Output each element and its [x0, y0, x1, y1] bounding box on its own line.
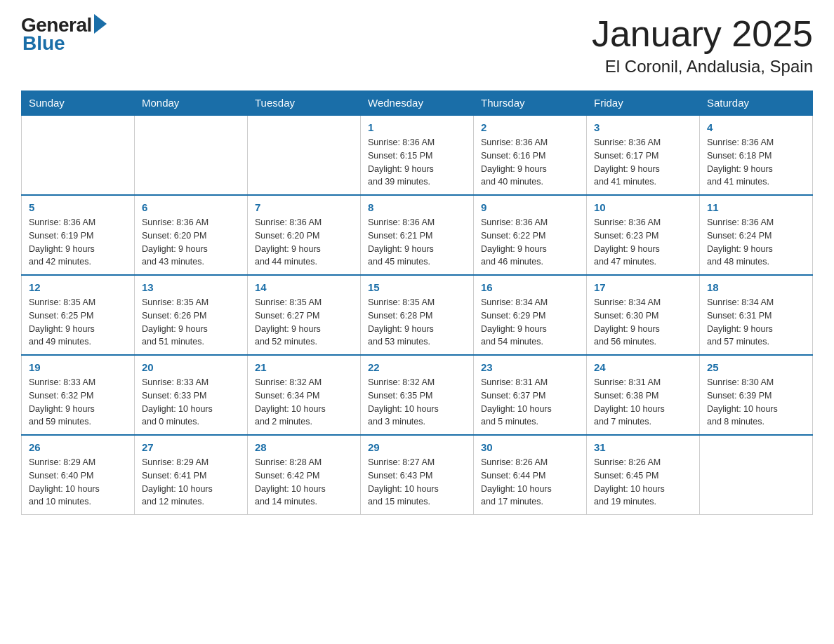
day-info: Sunrise: 8:36 AMSunset: 6:16 PMDaylight:…	[481, 136, 579, 189]
day-number: 16	[481, 281, 579, 293]
page-header: General Blue January 2025 El Coronil, An…	[21, 14, 813, 76]
day-number: 8	[368, 201, 466, 213]
calendar-header-friday: Friday	[587, 91, 700, 116]
location-title: El Coronil, Andalusia, Spain	[592, 57, 813, 76]
calendar-cell: 25Sunrise: 8:30 AMSunset: 6:39 PMDayligh…	[700, 355, 813, 435]
day-info: Sunrise: 8:33 AMSunset: 6:32 PMDaylight:…	[29, 376, 127, 429]
day-number: 2	[481, 121, 579, 133]
calendar-cell: 11Sunrise: 8:36 AMSunset: 6:24 PMDayligh…	[700, 195, 813, 275]
calendar-cell: 18Sunrise: 8:34 AMSunset: 6:31 PMDayligh…	[700, 275, 813, 355]
day-info: Sunrise: 8:36 AMSunset: 6:15 PMDaylight:…	[368, 136, 466, 189]
calendar-cell: 5Sunrise: 8:36 AMSunset: 6:19 PMDaylight…	[22, 195, 135, 275]
day-number: 24	[594, 361, 692, 373]
calendar-cell: 7Sunrise: 8:36 AMSunset: 6:20 PMDaylight…	[248, 195, 361, 275]
calendar-cell: 13Sunrise: 8:35 AMSunset: 6:26 PMDayligh…	[135, 275, 248, 355]
logo: General Blue	[21, 14, 107, 55]
day-number: 22	[368, 361, 466, 373]
calendar-header-tuesday: Tuesday	[248, 91, 361, 116]
calendar-cell: 14Sunrise: 8:35 AMSunset: 6:27 PMDayligh…	[248, 275, 361, 355]
day-number: 27	[142, 441, 240, 453]
day-number: 14	[255, 281, 353, 293]
day-number: 28	[255, 441, 353, 453]
day-number: 21	[255, 361, 353, 373]
calendar-cell: 24Sunrise: 8:31 AMSunset: 6:38 PMDayligh…	[587, 355, 700, 435]
calendar-header-sunday: Sunday	[22, 91, 135, 116]
calendar-cell: 21Sunrise: 8:32 AMSunset: 6:34 PMDayligh…	[248, 355, 361, 435]
day-number: 13	[142, 281, 240, 293]
week-row-1: 1Sunrise: 8:36 AMSunset: 6:15 PMDaylight…	[22, 115, 813, 195]
day-number: 29	[368, 441, 466, 453]
day-number: 26	[29, 441, 127, 453]
calendar-cell: 20Sunrise: 8:33 AMSunset: 6:33 PMDayligh…	[135, 355, 248, 435]
day-info: Sunrise: 8:35 AMSunset: 6:26 PMDaylight:…	[142, 296, 240, 349]
day-info: Sunrise: 8:29 AMSunset: 6:41 PMDaylight:…	[142, 456, 240, 509]
day-info: Sunrise: 8:36 AMSunset: 6:19 PMDaylight:…	[29, 216, 127, 269]
day-info: Sunrise: 8:34 AMSunset: 6:30 PMDaylight:…	[594, 296, 692, 349]
calendar-header-monday: Monday	[135, 91, 248, 116]
day-info: Sunrise: 8:31 AMSunset: 6:37 PMDaylight:…	[481, 376, 579, 429]
day-number: 12	[29, 281, 127, 293]
day-number: 6	[142, 201, 240, 213]
calendar-cell	[248, 115, 361, 195]
calendar-header-row: SundayMondayTuesdayWednesdayThursdayFrid…	[22, 91, 813, 116]
day-number: 7	[255, 201, 353, 213]
day-number: 23	[481, 361, 579, 373]
calendar-cell: 9Sunrise: 8:36 AMSunset: 6:22 PMDaylight…	[474, 195, 587, 275]
day-number: 19	[29, 361, 127, 373]
calendar-header-saturday: Saturday	[700, 91, 813, 116]
calendar-cell: 19Sunrise: 8:33 AMSunset: 6:32 PMDayligh…	[22, 355, 135, 435]
day-number: 31	[594, 441, 692, 453]
calendar-cell: 29Sunrise: 8:27 AMSunset: 6:43 PMDayligh…	[361, 435, 474, 515]
calendar-cell: 10Sunrise: 8:36 AMSunset: 6:23 PMDayligh…	[587, 195, 700, 275]
calendar-cell: 2Sunrise: 8:36 AMSunset: 6:16 PMDaylight…	[474, 115, 587, 195]
day-info: Sunrise: 8:36 AMSunset: 6:18 PMDaylight:…	[707, 136, 805, 189]
logo-arrow-icon	[94, 14, 107, 34]
day-info: Sunrise: 8:36 AMSunset: 6:21 PMDaylight:…	[368, 216, 466, 269]
day-info: Sunrise: 8:28 AMSunset: 6:42 PMDaylight:…	[255, 456, 353, 509]
day-info: Sunrise: 8:27 AMSunset: 6:43 PMDaylight:…	[368, 456, 466, 509]
day-info: Sunrise: 8:31 AMSunset: 6:38 PMDaylight:…	[594, 376, 692, 429]
day-info: Sunrise: 8:32 AMSunset: 6:35 PMDaylight:…	[368, 376, 466, 429]
title-block: January 2025 El Coronil, Andalusia, Spai…	[592, 14, 813, 76]
calendar-cell	[22, 115, 135, 195]
day-info: Sunrise: 8:30 AMSunset: 6:39 PMDaylight:…	[707, 376, 805, 429]
logo-blue-text: Blue	[22, 32, 65, 55]
calendar-cell: 30Sunrise: 8:26 AMSunset: 6:44 PMDayligh…	[474, 435, 587, 515]
day-number: 25	[707, 361, 805, 373]
month-title: January 2025	[592, 14, 813, 54]
day-number: 11	[707, 201, 805, 213]
calendar-cell: 1Sunrise: 8:36 AMSunset: 6:15 PMDaylight…	[361, 115, 474, 195]
calendar-cell: 22Sunrise: 8:32 AMSunset: 6:35 PMDayligh…	[361, 355, 474, 435]
calendar-cell: 16Sunrise: 8:34 AMSunset: 6:29 PMDayligh…	[474, 275, 587, 355]
day-info: Sunrise: 8:26 AMSunset: 6:45 PMDaylight:…	[594, 456, 692, 509]
day-info: Sunrise: 8:35 AMSunset: 6:28 PMDaylight:…	[368, 296, 466, 349]
day-info: Sunrise: 8:36 AMSunset: 6:22 PMDaylight:…	[481, 216, 579, 269]
day-info: Sunrise: 8:33 AMSunset: 6:33 PMDaylight:…	[142, 376, 240, 429]
day-info: Sunrise: 8:34 AMSunset: 6:29 PMDaylight:…	[481, 296, 579, 349]
day-info: Sunrise: 8:35 AMSunset: 6:27 PMDaylight:…	[255, 296, 353, 349]
day-number: 3	[594, 121, 692, 133]
week-row-5: 26Sunrise: 8:29 AMSunset: 6:40 PMDayligh…	[22, 435, 813, 515]
day-number: 20	[142, 361, 240, 373]
day-info: Sunrise: 8:34 AMSunset: 6:31 PMDaylight:…	[707, 296, 805, 349]
calendar-header-thursday: Thursday	[474, 91, 587, 116]
calendar-cell: 17Sunrise: 8:34 AMSunset: 6:30 PMDayligh…	[587, 275, 700, 355]
day-info: Sunrise: 8:36 AMSunset: 6:23 PMDaylight:…	[594, 216, 692, 269]
day-number: 18	[707, 281, 805, 293]
calendar-cell: 26Sunrise: 8:29 AMSunset: 6:40 PMDayligh…	[22, 435, 135, 515]
calendar-cell: 12Sunrise: 8:35 AMSunset: 6:25 PMDayligh…	[22, 275, 135, 355]
day-number: 5	[29, 201, 127, 213]
calendar-cell: 15Sunrise: 8:35 AMSunset: 6:28 PMDayligh…	[361, 275, 474, 355]
day-info: Sunrise: 8:36 AMSunset: 6:20 PMDaylight:…	[142, 216, 240, 269]
calendar-cell: 28Sunrise: 8:28 AMSunset: 6:42 PMDayligh…	[248, 435, 361, 515]
calendar-cell: 3Sunrise: 8:36 AMSunset: 6:17 PMDaylight…	[587, 115, 700, 195]
day-number: 30	[481, 441, 579, 453]
day-info: Sunrise: 8:32 AMSunset: 6:34 PMDaylight:…	[255, 376, 353, 429]
calendar-cell	[135, 115, 248, 195]
day-number: 17	[594, 281, 692, 293]
calendar-cell: 6Sunrise: 8:36 AMSunset: 6:20 PMDaylight…	[135, 195, 248, 275]
day-info: Sunrise: 8:35 AMSunset: 6:25 PMDaylight:…	[29, 296, 127, 349]
day-info: Sunrise: 8:36 AMSunset: 6:17 PMDaylight:…	[594, 136, 692, 189]
day-info: Sunrise: 8:36 AMSunset: 6:24 PMDaylight:…	[707, 216, 805, 269]
calendar-cell: 4Sunrise: 8:36 AMSunset: 6:18 PMDaylight…	[700, 115, 813, 195]
